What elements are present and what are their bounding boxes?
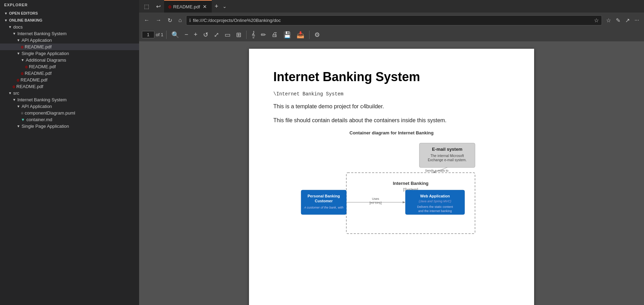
page-number-input[interactable] [142,31,154,38]
tree-item-single-page-app-src[interactable]: ▼ Single Page Application [0,123,139,130]
address-input[interactable] [193,18,592,23]
diagram-area: Container diagram for Internet Banking E… [273,130,510,237]
open-editors-header[interactable]: ▼ Open Editors [0,10,139,17]
tree-label-docs: docs [13,24,23,30]
content-area: ⬚ ↩ ⌽ README.pdf ✕ + ⌄ ← → ↻ ⌂ ℹ ☆ [139,0,644,305]
tree-item-internet-banking-src[interactable]: ▼ Internet Banking System [0,96,139,103]
page-of-label: of 1 [156,32,163,37]
tree-label-component-diagram: componentDiagram.puml [25,110,75,116]
chevron-down-icon: ▼ [17,124,20,128]
svg-text:E-mail system: E-mail system [432,147,462,152]
more-tools-btn[interactable]: ⚙ [312,30,322,40]
svg-text:A customer of the bank, with: A customer of the bank, with [304,206,343,209]
print-btn[interactable]: 🖨 [269,30,280,40]
tree-item-readme-api[interactable]: ⌽ README.pdf [0,44,139,50]
tree-label-internet-banking-docs: Internet Banking System [17,31,67,36]
reading-list-btn[interactable]: ☆ [604,16,613,25]
tree-item-readme-additional[interactable]: ⌽ README.pdf [0,63,139,70]
tree-item-src[interactable]: ▼ src [0,90,139,96]
tree-item-docs[interactable]: ▼ docs [0,24,139,30]
online-banking-header[interactable]: ▼ Online Banking [0,17,139,24]
tree-label-src: src [13,91,19,96]
chevron-down-icon: ▼ [4,18,8,22]
pdf-para-2: This file should contain details about t… [273,116,510,125]
svg-text:Exchange e-mail system.: Exchange e-mail system. [428,158,467,162]
tree-label-readme-additional: README.pdf [29,64,56,69]
fit-width-btn[interactable]: ▭ [223,30,233,40]
address-bar: ← → ↻ ⌂ ℹ ☆ ☆ ✎ ↗ ··· [139,13,644,28]
tree-label-readme-docs: README.pdf [16,84,43,89]
svg-text:Personal Banking: Personal Banking [308,194,340,198]
pdf-page: Internet Banking System \Internet Bankin… [249,49,534,305]
tab-close-btn[interactable]: ✕ [202,4,208,9]
container-diagram-svg: E-mail system The internal Microsoft Exc… [294,140,489,237]
tree-label-readme-ibs: README.pdf [21,77,47,83]
home-btn[interactable]: ⌂ [176,16,184,25]
annotate-btn[interactable]: ✎ [614,16,622,25]
refresh-btn[interactable]: ↻ [166,16,174,25]
chevron-down-icon: ▼ [17,38,20,42]
tree-item-container-md[interactable]: ▼ container.md [0,116,139,123]
chevron-down-icon: ▼ [8,25,12,29]
tree-item-api-application-src[interactable]: ▼ API Application [0,103,139,110]
zoom-in-btn[interactable]: + [192,30,200,40]
pdf-icon: ⌽ [17,78,19,83]
sidebar: Explorer ▼ Open Editors ▼ Online Banking… [0,0,139,305]
zoom-out-btn[interactable]: − [183,30,191,40]
forward-btn[interactable]: → [154,16,163,25]
tree-item-api-application[interactable]: ▼ API Application [0,37,139,44]
chevron-down-icon: ▼ [13,32,16,36]
tree-label-api-application-src: API Application [22,104,52,109]
tab-list-btn[interactable]: ⌄ [221,3,228,9]
chevron-down-icon: ▼ [4,11,8,15]
rotate-btn[interactable]: ↺ [201,30,210,40]
pdf-code-path: \Internet Banking System [273,91,510,97]
back-btn[interactable]: ← [142,16,152,25]
share-btn[interactable]: ↗ [623,16,632,25]
tab-readme-pdf[interactable]: ⌽ README.pdf ✕ [164,0,212,13]
tree-item-component-diagram[interactable]: ≡ componentDiagram.puml [0,110,139,116]
tree-label-internet-banking-src: Internet Banking System [17,97,67,102]
svg-text:[HTTPS]: [HTTPS] [370,201,382,205]
save-btn[interactable]: 💾 [281,30,293,40]
tree-item-internet-banking-docs[interactable]: ▼ Internet Banking System [0,30,139,37]
tree-item-additional-diagrams[interactable]: ▼ Additional Diagrams [0,57,139,63]
read-aloud-btn[interactable]: 𝄞 [249,30,257,40]
svg-text:Customer: Customer [315,199,333,203]
toolbar-divider [166,31,167,39]
chevron-down-icon: ▼ [8,91,12,95]
thumbnail-btn[interactable]: ⊞ [234,30,243,40]
pdf-icon: ⌽ [13,84,15,89]
address-input-wrap: ℹ ☆ [186,15,602,25]
info-icon: ℹ [189,18,191,23]
svg-text:Internet Banking: Internet Banking [393,181,429,186]
more-btn[interactable]: ··· [633,16,641,25]
pdf-icon: ⌽ [21,45,23,49]
svg-text:Uses: Uses [372,197,379,201]
toolbar-divider-3 [309,31,309,39]
bookmark-star-icon[interactable]: ☆ [594,17,599,24]
tree-item-single-page-app[interactable]: ▼ Single Page Application [0,50,139,57]
pdf-icon: ⌽ [25,64,27,69]
svg-text:and the internet banking: and the internet banking [418,209,452,213]
tree-label-additional-diagrams: Additional Diagrams [26,57,66,63]
pdf-tab-icon: ⌽ [168,4,171,9]
chevron-down-icon: ▼ [17,52,20,55]
address-actions: ☆ ✎ ↗ ··· [604,16,641,25]
fit-page-btn[interactable]: ⤢ [212,30,221,40]
chevron-down-icon: ▼ [17,104,20,108]
tree-label-container-md: container.md [26,117,52,122]
save-as-btn[interactable]: 📥 [295,30,306,40]
tab-group-back-btn[interactable]: ↩ [153,1,164,12]
diagram-title: Container diagram for Internet Banking [273,130,510,135]
tree-item-readme-ibs[interactable]: ⌽ README.pdf [0,77,139,83]
tab-group-left-btn[interactable]: ⬚ [140,1,153,12]
tree-item-readme-docs[interactable]: ⌽ README.pdf [0,83,139,90]
search-btn[interactable]: 🔍 [169,30,181,40]
open-editors-label: Open Editors [9,11,38,15]
new-tab-btn[interactable]: + [212,3,221,10]
highlight-btn[interactable]: ✏ [259,30,268,40]
tree-item-readme-spa[interactable]: ⌽ README.pdf [0,70,139,77]
online-banking-label: Online Banking [9,18,42,22]
tab-label: README.pdf [173,4,200,9]
